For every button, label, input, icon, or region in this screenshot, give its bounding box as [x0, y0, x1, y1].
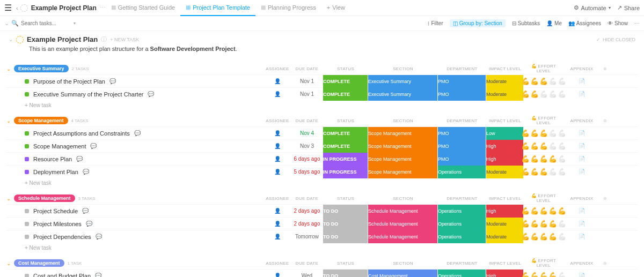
assignee-cell[interactable]: 👤 [264, 156, 291, 162]
due-date-cell[interactable]: Nov 4 [291, 130, 323, 136]
impact-cell[interactable]: Low [486, 127, 524, 140]
group-by-button[interactable]: ◫Group by: Section [450, 19, 506, 27]
effort-cell[interactable]: 💪💪💪💪💪 [524, 129, 564, 137]
assignee-cell[interactable]: 👤 [264, 208, 291, 214]
appendix-cell[interactable]: 📄 [564, 234, 600, 239]
search-box[interactable]: 🔍 ▾ [11, 20, 76, 27]
status-cell[interactable]: TO DO [323, 269, 368, 278]
department-cell[interactable]: PMO [438, 75, 486, 88]
add-column-button[interactable]: ⊕ [600, 196, 611, 201]
section-cell[interactable]: Schedule Management [368, 230, 438, 243]
department-cell[interactable]: PMO [438, 153, 486, 166]
department-cell[interactable]: Operations [438, 166, 486, 178]
section-cell[interactable]: Scope Management [368, 140, 438, 153]
status-square-icon[interactable] [25, 170, 29, 174]
info-icon[interactable]: ⓘ [101, 35, 107, 43]
assignee-cell[interactable]: 👤 [264, 273, 291, 277]
appendix-cell[interactable]: 📄 [564, 208, 600, 214]
status-cell[interactable]: COMPLETE [323, 88, 368, 101]
tab-getting-started-guide[interactable]: ▦Getting Started Guide [106, 0, 180, 16]
status-square-icon[interactable] [25, 157, 29, 161]
search-input[interactable] [21, 20, 64, 26]
filter-button[interactable]: ⫶Filter [427, 20, 443, 26]
task-row[interactable]: Deployment Plan💬👤5 days agoIN PROGRESSSc… [6, 165, 638, 178]
section-cell[interactable]: Executive Summary [368, 75, 438, 88]
collapse-icon[interactable]: ⌄ [9, 36, 13, 42]
status-cell[interactable]: COMPLETE [323, 140, 368, 153]
comment-icon[interactable]: 💬 [95, 273, 101, 277]
status-cell[interactable]: TO DO [323, 230, 368, 243]
effort-cell[interactable]: 💪💪💪💪💪 [524, 142, 564, 150]
task-row[interactable]: Resource Plan💬👤6 days agoIN PROGRESSScop… [6, 152, 638, 165]
status-cell[interactable]: COMPLETE [323, 127, 368, 140]
status-cell[interactable]: COMPLETE [323, 75, 368, 88]
department-cell[interactable]: Operations [438, 230, 486, 243]
comment-icon[interactable]: 💬 [148, 91, 154, 97]
add-column-button[interactable]: ⊕ [600, 261, 611, 266]
status-square-icon[interactable] [25, 209, 29, 213]
add-view-button[interactable]: +View [321, 0, 350, 16]
impact-cell[interactable]: High [486, 140, 524, 153]
section-collapse-icon[interactable]: ⌄ [6, 118, 11, 124]
tab-project-plan-template[interactable]: ▦Project Plan Template [180, 0, 255, 16]
appendix-cell[interactable]: 📄 [564, 221, 600, 227]
add-column-button[interactable]: ⊕ [600, 118, 611, 123]
status-square-icon[interactable] [25, 79, 29, 84]
appendix-cell[interactable]: 📄 [564, 156, 600, 162]
status-cell[interactable]: IN PROGRESS [323, 153, 368, 166]
department-cell[interactable]: Operations [438, 218, 486, 230]
due-date-cell[interactable]: Nov 1 [291, 91, 323, 97]
status-square-icon[interactable] [25, 144, 29, 148]
task-row[interactable]: Project Assumptions and Constraints💬👤Nov… [6, 126, 638, 139]
appendix-cell[interactable]: 📄 [564, 130, 600, 136]
effort-cell[interactable]: 💪💪💪💪💪 [524, 155, 564, 163]
comment-icon[interactable]: 💬 [86, 221, 92, 227]
more-icon[interactable]: ⋯ [100, 4, 106, 11]
effort-cell[interactable]: 💪💪💪💪💪 [524, 233, 564, 241]
comment-icon[interactable]: 💬 [83, 169, 89, 175]
appendix-cell[interactable]: 📄 [564, 78, 600, 84]
section-pill[interactable]: Executive Summary [14, 65, 69, 72]
department-cell[interactable]: Operations [438, 205, 486, 218]
new-task-button[interactable]: + New task [6, 100, 638, 110]
assignee-cell[interactable]: 👤 [264, 234, 291, 239]
impact-cell[interactable]: Moderate [486, 218, 524, 230]
assignee-cell[interactable]: 👤 [264, 169, 291, 175]
section-collapse-icon[interactable]: ⌄ [6, 196, 11, 201]
comment-icon[interactable]: 💬 [134, 130, 141, 136]
impact-cell[interactable]: Moderate [486, 230, 524, 243]
assignee-cell[interactable]: 👤 [264, 130, 291, 136]
task-row[interactable]: Cost and Budget Plan💬👤WedTO DOCost Manag… [6, 269, 638, 277]
task-row[interactable]: Project Schedule💬👤2 days agoTO DOSchedul… [6, 204, 638, 217]
section-pill[interactable]: Cost Management [14, 259, 64, 267]
share-button[interactable]: ↗Share [617, 4, 640, 11]
new-task-button[interactable]: + NEW TASK [110, 37, 139, 42]
expand-all-icon[interactable]: ⌄ [4, 20, 9, 27]
effort-cell[interactable]: 💪💪💪💪💪 [524, 220, 564, 228]
impact-cell[interactable]: High [486, 153, 524, 166]
section-cell[interactable]: Schedule Management [368, 218, 438, 230]
menu-icon[interactable]: ☰ [4, 3, 12, 13]
section-collapse-icon[interactable]: ⌄ [6, 260, 11, 266]
new-task-button[interactable]: + New task [6, 178, 638, 188]
department-cell[interactable]: PMO [438, 88, 486, 101]
section-cell[interactable]: Scope Management [368, 166, 438, 178]
status-square-icon[interactable] [25, 131, 29, 136]
section-cell[interactable]: Schedule Management [368, 205, 438, 218]
section-cell[interactable]: Executive Summary [368, 88, 438, 101]
impact-cell[interactable]: Moderate [486, 75, 524, 88]
task-row[interactable]: Project Dependencies💬👤TomorrowTO DOSched… [6, 230, 638, 243]
status-square-icon[interactable] [25, 222, 29, 226]
comment-icon[interactable]: 💬 [109, 78, 116, 84]
effort-cell[interactable]: 💪💪💪💪💪 [524, 168, 564, 176]
new-task-button[interactable]: + New task [6, 243, 638, 253]
due-date-cell[interactable]: 2 days ago [291, 208, 323, 214]
task-row[interactable]: Purpose of the Project Plan💬👤Nov 1COMPLE… [6, 74, 638, 87]
comment-icon[interactable]: 💬 [76, 156, 83, 162]
comment-icon[interactable]: 💬 [90, 143, 97, 149]
comment-icon[interactable]: 💬 [82, 208, 89, 214]
effort-cell[interactable]: 💪💪💪💪💪 [524, 272, 564, 277]
tab-planning-progress[interactable]: ▦Planning Progress [255, 0, 321, 16]
assignees-button[interactable]: 👥Assignees [568, 20, 601, 26]
section-cell[interactable]: Scope Management [368, 153, 438, 166]
